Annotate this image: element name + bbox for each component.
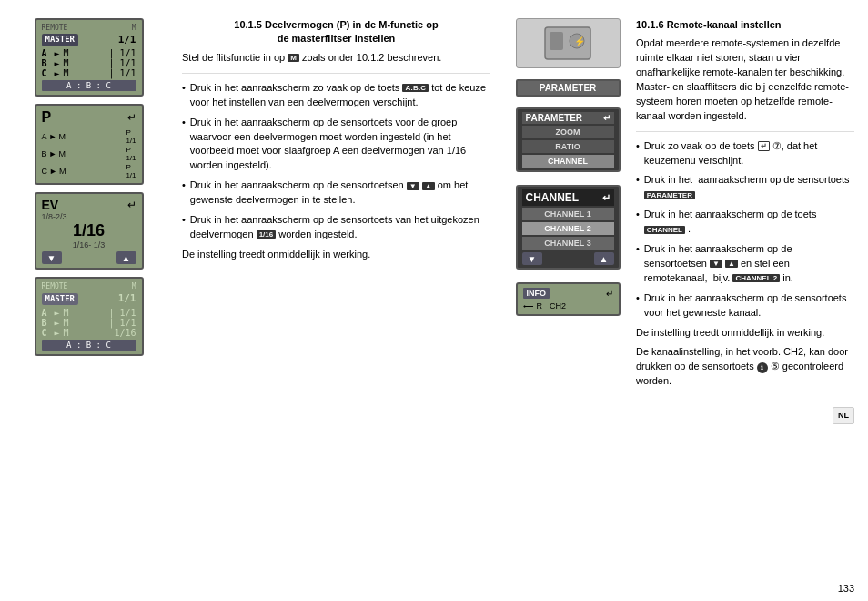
- channel-item-2[interactable]: CHANNEL 2: [522, 222, 614, 235]
- group-b-row: B ► M | 1/1: [42, 58, 136, 68]
- page-number: 133: [0, 578, 868, 601]
- abc-tag: A:B:C: [402, 84, 429, 92]
- param-item-zoom[interactable]: ZOOM: [522, 126, 614, 138]
- middle-text-column: 10.1.5 Deelvermogen (P) in de M-functie …: [173, 18, 500, 565]
- right-bullet-3: • Druk in het aanraakscherm op de toets …: [636, 208, 854, 237]
- footer-text: De instelling treedt onmiddellijk in wer…: [182, 248, 490, 262]
- right-intro: Opdat meerdere remote-systemen in dezelf…: [636, 36, 854, 124]
- ev-sub2: 1/16- 1/3: [42, 240, 136, 250]
- divider-1: [182, 73, 490, 74]
- channel-tag: CHANNEL: [644, 226, 685, 234]
- right-bullet-5: • Druk in het aanraakscherm op de sensor…: [636, 291, 854, 321]
- parameter-label-screen: PARAMETER: [516, 79, 621, 97]
- bullet-2: • Druk in het aanraakscherm op de sensor…: [182, 116, 490, 174]
- channel2-tag: CHANNEL 2: [732, 274, 780, 282]
- bullet-1: • Druk in het aanraakscherm zo vaak op d…: [182, 81, 490, 110]
- fraction-tag: 1/16: [257, 230, 277, 239]
- up-tag-2: ▲: [725, 260, 738, 268]
- param-item-ratio[interactable]: RATIO: [522, 140, 614, 153]
- right-footer-2: De kanaalinstelling, in het voorb. CH2, …: [636, 345, 854, 389]
- param-back-icon: ↵: [603, 113, 611, 123]
- remote-label: REMOTE: [42, 24, 68, 32]
- ev-fraction: 1/16: [42, 221, 136, 240]
- ev-down-button[interactable]: ▼: [42, 251, 62, 264]
- screen-remote-master-1: REMOTE M MASTER 1/1 A ► M | 1/1 B ► M | …: [35, 18, 144, 97]
- right-screens: ⚡ PARAMETER PARAMETER ↵ ZOOM RATIO CHANN…: [509, 18, 627, 565]
- svg-text:⚡: ⚡: [574, 36, 586, 47]
- channel-item-1[interactable]: CHANNEL 1: [522, 208, 614, 220]
- right-divider: [636, 131, 854, 132]
- return-tag: ↵: [758, 141, 770, 151]
- channel-down-button[interactable]: ▼: [522, 252, 542, 265]
- param-title-bar: PARAMETER ↵: [522, 112, 614, 124]
- right-bullet-1: • Druk zo vaak op de toets ↵ ⑦, dat het …: [636, 139, 854, 168]
- info-label: INFO: [523, 288, 550, 299]
- abc-bar-2: A : B : C: [42, 340, 136, 351]
- right-bullet-2: • Druk in het aanraakscherm op de sensor…: [636, 173, 854, 202]
- right-column: ⚡ PARAMETER PARAMETER ↵ ZOOM RATIO CHANN…: [509, 18, 854, 565]
- nl-badge: NL: [833, 407, 854, 424]
- info-circle-icon: ℹ: [757, 362, 768, 373]
- down-tag-2: ▼: [710, 260, 722, 268]
- master-val-2: 1/1: [118, 292, 136, 305]
- right-text-content: 10.1.6 Remote-kanaal instellen Opdat mee…: [636, 18, 854, 565]
- group-a-row-2: A ► M | 1/1: [42, 308, 136, 318]
- parameter-tag: PARAMETER: [644, 191, 695, 199]
- channel-menu-screen: CHANNEL ↵ CHANNEL 1 CHANNEL 2 CHANNEL 3 …: [516, 185, 621, 270]
- info-back-icon: ↵: [606, 289, 613, 299]
- screen-remote-master-2: REMOTE M MASTER 1/1 A ► M | 1/1 B ► M | …: [35, 277, 144, 355]
- screen-ev: EV ↵ 1/8-2/3 1/16 1/16- 1/3 ▼ ▲: [35, 192, 144, 270]
- p-label: P: [42, 109, 52, 126]
- right-section-title: 10.1.6 Remote-kanaal instellen: [636, 18, 854, 33]
- ev-label: EV: [42, 198, 59, 212]
- master-val: 1/1: [118, 34, 136, 46]
- bullet-3: • Druk in het aanraakscherm op de sensor…: [182, 178, 490, 208]
- up-tag: ▲: [422, 182, 435, 190]
- ev-range: 1/8-2/3: [42, 212, 136, 221]
- remote-label-2: REMOTE: [42, 282, 68, 290]
- flash-device-image: ⚡: [516, 18, 621, 68]
- channel-title: CHANNEL: [526, 191, 580, 204]
- channel-item-3[interactable]: CHANNEL 3: [522, 237, 614, 250]
- down-tag: ▼: [407, 182, 419, 190]
- svg-rect-1: [550, 32, 563, 50]
- master-badge-2: MASTER: [42, 293, 79, 306]
- channel-up-button[interactable]: ▲: [594, 252, 614, 265]
- param-title: PARAMETER: [526, 113, 583, 123]
- group-c-row: C ► M | 1/1: [42, 68, 136, 78]
- m-icon-tag: M: [288, 54, 299, 62]
- p-back-icon: ↵: [127, 111, 136, 124]
- ev-up-button[interactable]: ▲: [116, 251, 136, 264]
- param-item-channel[interactable]: CHANNEL: [522, 155, 614, 168]
- bullet-4: • Druk in het aanraakscherm op de sensor…: [182, 213, 490, 242]
- channel-back-icon: ↵: [602, 192, 611, 204]
- m-label: M: [132, 24, 136, 32]
- nl-badge-container: NL: [636, 407, 854, 424]
- group-b-row-2: B ► M | 1/1: [42, 318, 136, 328]
- abc-bar: A : B : C: [42, 80, 136, 91]
- ev-back-icon: ↵: [127, 199, 136, 211]
- group-a-row: A ► M | 1/1: [42, 48, 136, 58]
- right-bullet-4: • Druk in het aanraakscherm op de sensor…: [636, 242, 854, 286]
- info-ch: R: [537, 301, 543, 311]
- info-screen: INFO ↵ ⟵ R CH2: [516, 282, 621, 316]
- group-c-row-2: C ► M | 1/16: [42, 328, 136, 338]
- right-footer-1: De instelling treedt onmiddellijk in wer…: [636, 326, 854, 341]
- parameter-menu-screen: PARAMETER ↵ ZOOM RATIO CHANNEL: [516, 107, 621, 172]
- intro-text: Stel de flitsfunctie in op M zoals onder…: [182, 51, 490, 66]
- m-label-2: M: [132, 282, 136, 290]
- info-content: ⟵ R CH2: [523, 301, 613, 311]
- channel-title-bar: CHANNEL ↵: [522, 189, 614, 206]
- section-title: 10.1.5 Deelvermogen (P) in de M-functie …: [182, 18, 490, 46]
- master-badge: MASTER: [42, 34, 79, 46]
- screen-p: P ↵ A ► M P1/1 B ► M P1/1 C ►: [35, 104, 144, 185]
- left-screens-column: REMOTE M MASTER 1/1 A ► M | 1/1 B ► M | …: [14, 18, 164, 565]
